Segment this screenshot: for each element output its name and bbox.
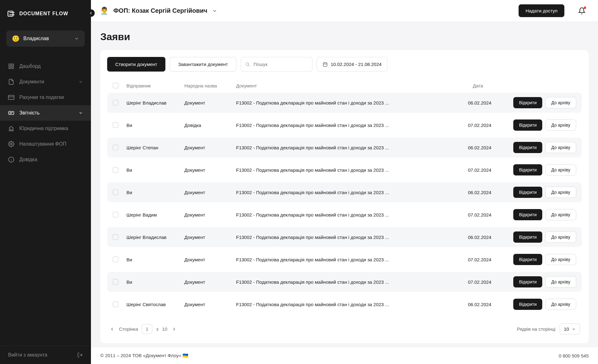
table-row: Ви Документ F13002 - Податкова деклараці… xyxy=(107,182,582,202)
row-sender: Шерінг Владислав xyxy=(126,235,179,240)
page-label: Сторінка xyxy=(119,326,138,332)
open-button[interactable]: Відкрити xyxy=(513,254,542,265)
chevron-down-icon xyxy=(74,36,79,41)
svg-rect-4 xyxy=(12,64,14,66)
archive-button[interactable]: До архіву xyxy=(545,299,576,310)
row-sender: Ви xyxy=(126,167,179,173)
archive-button[interactable]: До архіву xyxy=(545,254,576,265)
open-button[interactable]: Відкрити xyxy=(513,299,542,310)
open-button[interactable]: Відкрити xyxy=(513,119,542,131)
date-range-picker[interactable]: 10.02.2024 - 21.08.2024 xyxy=(317,57,387,72)
logo-icon xyxy=(7,9,16,18)
row-doc: F13002 - Податкова декларація про майнов… xyxy=(236,167,463,173)
archive-button[interactable]: До архіву xyxy=(545,164,576,175)
row-checkbox[interactable] xyxy=(113,100,118,105)
row-sender: Ви xyxy=(126,279,179,285)
sidebar-item-settings[interactable]: Налаштування ФОП xyxy=(0,136,91,152)
svg-rect-6 xyxy=(9,67,11,69)
sidebar-collapse-button[interactable] xyxy=(87,9,95,17)
row-doc: F13002 - Податкова декларація про майнов… xyxy=(236,212,463,217)
row-sender: Ви xyxy=(126,123,179,128)
open-button[interactable]: Відкрити xyxy=(513,164,542,175)
next-page-button[interactable] xyxy=(171,326,177,332)
sidebar-item-legal[interactable]: Юридична підтримка xyxy=(0,121,91,136)
upload-document-button[interactable]: Завантажити документ xyxy=(170,57,236,72)
brand-logo[interactable]: DOCUMENT FLOW xyxy=(0,0,91,27)
create-document-button[interactable]: Створити документ xyxy=(107,57,165,72)
sidebar-item-label: Документи xyxy=(19,79,74,85)
open-button[interactable]: Відкрити xyxy=(513,97,542,108)
brand-name: DOCUMENT FLOW xyxy=(19,11,68,16)
select-all-checkbox[interactable] xyxy=(113,83,118,88)
sidebar-item-help[interactable]: Довідка xyxy=(0,152,91,167)
logout-button[interactable]: Вийти з аккаунта xyxy=(0,346,91,364)
prev-page-button[interactable] xyxy=(109,326,115,332)
table-row: Шерінг Владислав Документ F13002 - Подат… xyxy=(107,93,582,113)
row-type: Документ xyxy=(184,167,231,173)
svg-rect-7 xyxy=(8,95,14,99)
row-doc: F13002 - Податкова декларація про майнов… xyxy=(236,257,463,262)
svg-rect-3 xyxy=(9,64,11,66)
archive-button[interactable]: До архіву xyxy=(545,276,576,287)
page-title: Заяви xyxy=(100,31,589,43)
grant-access-button[interactable]: Надати доступ xyxy=(519,4,564,17)
open-button[interactable]: Відкрити xyxy=(513,209,542,220)
help-icon xyxy=(8,156,14,163)
row-checkbox[interactable] xyxy=(113,301,118,307)
row-sender: Ви xyxy=(126,257,179,262)
archive-button[interactable]: До архіву xyxy=(545,119,576,131)
svg-rect-5 xyxy=(12,67,14,69)
row-date: 07.02.2024 xyxy=(468,279,508,285)
table-row: Шерінг Вадим Документ F13002 - Податкова… xyxy=(107,205,582,225)
chevron-down-icon xyxy=(78,111,83,115)
row-date: 06.02.2024 xyxy=(468,145,508,150)
archive-button[interactable]: До архіву xyxy=(545,187,576,198)
logout-label: Вийти з аккаунта xyxy=(8,352,47,358)
sidebar-item-reports[interactable]: Звітність xyxy=(0,105,91,121)
reports-icon xyxy=(8,110,14,116)
calendar-icon xyxy=(323,62,328,67)
row-checkbox[interactable] xyxy=(113,145,118,150)
sidebar-item-dashboard[interactable]: Дашборд xyxy=(0,58,91,74)
row-checkbox[interactable] xyxy=(113,167,118,173)
open-button[interactable]: Відкрити xyxy=(513,187,542,198)
row-date: 07.02.2024 xyxy=(468,257,508,262)
rows-per-page-select[interactable]: 10 xyxy=(560,324,580,334)
row-doc: F13002 - Податкова декларація про майнов… xyxy=(236,190,463,195)
open-button[interactable]: Відкрити xyxy=(513,276,542,287)
sidebar-item-label: Налаштування ФОП xyxy=(19,141,83,147)
row-sender: Ви xyxy=(126,190,179,195)
row-date: 06.02.2024 xyxy=(468,302,508,307)
settings-icon xyxy=(8,141,14,147)
row-doc: F13002 - Податкова декларація про майнов… xyxy=(236,302,463,307)
page-total: 10 xyxy=(162,326,167,332)
table-header: Відправник Народна назва Документ Дата xyxy=(107,78,582,93)
page-input[interactable]: 1 xyxy=(142,324,152,334)
archive-button[interactable]: До архіву xyxy=(545,231,576,243)
billing-icon xyxy=(8,94,14,100)
legal-icon xyxy=(8,125,14,132)
search-icon xyxy=(245,62,250,67)
sidebar-item-documents[interactable]: Документи xyxy=(0,74,91,90)
search-input[interactable] xyxy=(241,57,312,72)
archive-button[interactable]: До архіву xyxy=(545,97,576,108)
row-checkbox[interactable] xyxy=(113,189,118,195)
open-button[interactable]: Відкрити xyxy=(513,231,542,243)
row-checkbox[interactable] xyxy=(113,257,118,262)
row-type: Документ xyxy=(184,279,231,285)
archive-button[interactable]: До архіву xyxy=(545,142,576,153)
archive-button[interactable]: До архіву xyxy=(545,209,576,220)
table-row: Ви Довідка F13002 - Податкова декларація… xyxy=(107,115,582,135)
notifications-button[interactable] xyxy=(578,7,586,15)
support-phone: 0 800 509 545 xyxy=(559,353,589,358)
row-checkbox[interactable] xyxy=(113,212,118,217)
row-checkbox[interactable] xyxy=(113,279,118,285)
chevron-down-icon[interactable] xyxy=(212,8,217,14)
date-range-value: 10.02.2024 - 21.08.2024 xyxy=(331,62,382,67)
user-selector[interactable]: 🙂 Владислав xyxy=(6,30,85,47)
row-checkbox[interactable] xyxy=(113,234,118,240)
sidebar-item-billing[interactable]: Рахунки та податки xyxy=(0,90,91,105)
open-button[interactable]: Відкрити xyxy=(513,142,542,153)
copyright: © 2011 – 2024 ТОВ «Документ Флоу» xyxy=(100,353,181,358)
row-checkbox[interactable] xyxy=(113,122,118,128)
